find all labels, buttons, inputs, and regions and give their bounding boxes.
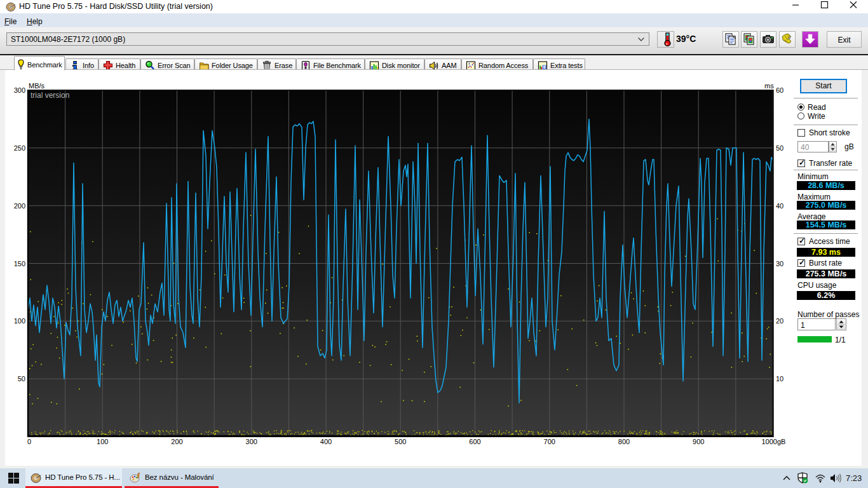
svg-text:20: 20 — [776, 317, 783, 325]
svg-text:200: 200 — [171, 438, 182, 445]
svg-text:10: 10 — [776, 375, 783, 383]
svg-text:50: 50 — [776, 144, 783, 152]
svg-text:0: 0 — [27, 438, 31, 445]
svg-text:700: 700 — [544, 438, 555, 445]
svg-text:100: 100 — [97, 438, 108, 445]
svg-text:50: 50 — [18, 375, 25, 383]
svg-text:300: 300 — [14, 86, 25, 94]
svg-text:900: 900 — [693, 438, 704, 445]
svg-text:500: 500 — [395, 438, 406, 445]
svg-text:200: 200 — [14, 202, 25, 210]
svg-text:800: 800 — [618, 438, 630, 445]
svg-text:250: 250 — [14, 144, 25, 152]
svg-text:1000gB: 1000gB — [762, 438, 786, 445]
svg-text:400: 400 — [320, 438, 332, 445]
svg-text:150: 150 — [14, 260, 25, 268]
svg-text:40: 40 — [776, 202, 783, 210]
svg-text:ms: ms — [764, 82, 774, 90]
svg-text:trial version: trial version — [31, 91, 69, 100]
svg-text:30: 30 — [776, 260, 783, 268]
svg-text:600: 600 — [469, 438, 480, 445]
svg-text:100: 100 — [14, 317, 25, 325]
svg-text:300: 300 — [246, 438, 257, 445]
svg-text:60: 60 — [776, 86, 783, 94]
svg-text:MB/s: MB/s — [29, 82, 45, 90]
